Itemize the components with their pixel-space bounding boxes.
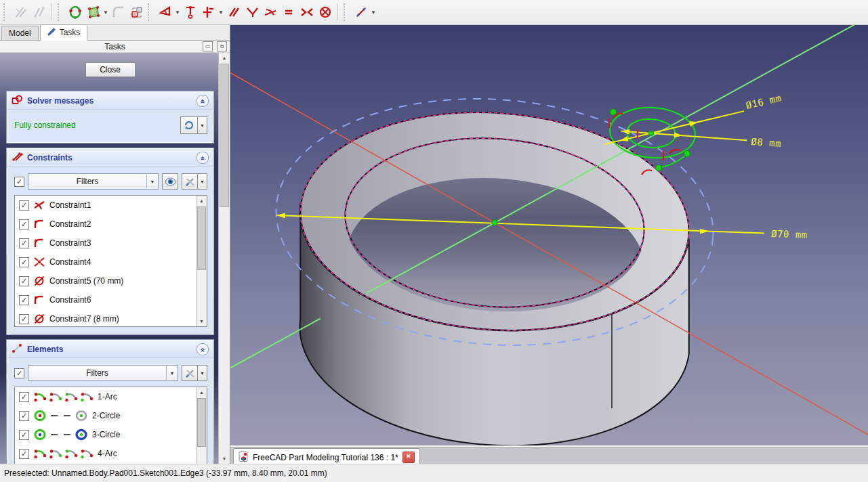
chevron-down-icon[interactable]: ▼ — [218, 3, 224, 22]
constraint-checkbox[interactable]: ✓ — [19, 238, 29, 248]
arc-constraint-icon — [33, 219, 45, 229]
constrain-block-icon[interactable] — [316, 3, 334, 22]
element-checkbox[interactable]: ✓ — [19, 411, 29, 421]
element-label: 1-Arc — [98, 392, 117, 401]
constraints-filter-combo[interactable]: Filters ▼ — [28, 173, 159, 190]
freecad-document-icon — [239, 452, 249, 464]
arc-end-icon — [49, 448, 62, 459]
dash-icon — [62, 429, 73, 440]
chevron-down-icon[interactable]: ▼ — [102, 3, 109, 22]
element-label: 2-Circle — [92, 411, 120, 420]
elements-filter-combo[interactable]: Filters ▼ — [28, 365, 178, 381]
tasks-panel: Close Solver messages Fully constrained — [0, 53, 230, 464]
element-row[interactable]: ✓1-Arc — [15, 387, 197, 406]
dock-tabs: Model Tasks — [0, 25, 230, 41]
constraint-row[interactable]: ✓Constraint7 (8 mm) — [15, 309, 197, 326]
constraint-label: Constraint6 — [49, 295, 91, 305]
scroll-down-icon[interactable]: ▼ — [219, 454, 230, 464]
scroll-up-icon[interactable]: ▲ — [197, 196, 207, 206]
tab-model[interactable]: Model — [1, 26, 39, 40]
constraint-row[interactable]: ✓Constraint1 — [15, 196, 197, 215]
scroll-up-icon[interactable]: ▲ — [219, 53, 230, 63]
constraint-row[interactable]: ✓Constraint6 — [15, 290, 197, 309]
constraint-settings-icon[interactable] — [182, 173, 198, 190]
dock-panel-icon[interactable]: ⧉ — [217, 41, 227, 51]
collapse-elements-icon[interactable] — [197, 343, 209, 355]
constraints-filter-label: Filters — [28, 177, 146, 186]
constraint-row[interactable]: ✓Constraint3 — [15, 234, 197, 253]
element-row[interactable]: ✓ — [15, 463, 197, 464]
constraint-checkbox[interactable]: ✓ — [19, 314, 29, 324]
sketcher-toolbar: ▼▼▼▼ — [0, 0, 868, 25]
toolbar-handle[interactable] — [148, 3, 153, 21]
toolbar-handle[interactable] — [344, 3, 349, 21]
close-button[interactable]: Close — [85, 62, 136, 77]
tasks-panel-title: Tasks — [104, 42, 125, 51]
dimension-label-8[interactable]: Ø8 mm — [751, 136, 782, 149]
dimension-icon[interactable] — [352, 3, 370, 22]
close-icon[interactable]: ✕ — [402, 452, 415, 463]
elements-list-scrollbar[interactable]: ▲ ▼ — [196, 387, 207, 464]
external-geometry-icon[interactable] — [66, 3, 84, 22]
origin-point[interactable] — [492, 220, 497, 225]
clone-icon[interactable] — [127, 3, 146, 22]
constraints-list-scrollbar[interactable]: ▲ ▼ — [196, 196, 207, 326]
tasks-panel-scrollbar[interactable]: ▲ ▼ — [218, 53, 230, 464]
3d-viewport[interactable]: Ø16 mm Ø8 mm Ø70 mm — [230, 25, 868, 447]
dimension-label-70[interactable]: Ø70 mm — [771, 228, 808, 240]
collapse-constraints-icon[interactable] — [197, 152, 209, 164]
element-checkbox[interactable]: ✓ — [19, 392, 29, 402]
solver-status-text: Fully constrained — [14, 121, 76, 130]
refresh-icon[interactable] — [180, 116, 198, 134]
constraints-filter-checkbox[interactable]: ✓ — [14, 177, 24, 187]
element-checkbox[interactable]: ✓ — [19, 430, 29, 440]
constraint-row[interactable]: ✓Constraint2 — [15, 215, 197, 234]
circle-blue-green-icon — [75, 429, 88, 441]
float-panel-icon[interactable]: ▭ — [203, 41, 213, 51]
constrain-parallel-icon[interactable] — [224, 3, 243, 22]
constrain-symmetric-icon[interactable] — [297, 3, 316, 22]
constraint-checkbox[interactable]: ✓ — [19, 257, 29, 267]
constrain-horizontal-distance-icon[interactable] — [199, 3, 218, 22]
toolbar-handle[interactable] — [58, 3, 63, 21]
element-row[interactable]: ✓4-Arc — [15, 444, 197, 463]
element-label: 4-Arc — [98, 449, 117, 458]
solver-messages-section: Solver messages Fully constrained ▼ — [7, 91, 213, 143]
elements-section: Elements ✓ Filters ▼ — [7, 340, 213, 464]
chevron-down-icon[interactable]: ▼ — [370, 3, 377, 22]
constraint-checkbox[interactable]: ✓ — [19, 200, 29, 211]
toolbar-handle[interactable] — [3, 3, 9, 21]
element-row[interactable]: ✓3-Circle — [15, 425, 197, 444]
chevron-down-icon: ▼ — [166, 366, 178, 380]
element-settings-icon[interactable] — [182, 365, 198, 381]
scroll-down-icon[interactable]: ▼ — [197, 316, 207, 326]
elements-filter-checkbox[interactable]: ✓ — [14, 368, 24, 378]
element-settings-dropdown-icon[interactable]: ▼ — [198, 365, 207, 381]
constraint-checkbox[interactable]: ✓ — [19, 276, 29, 286]
tangent-constraint-icon — [33, 200, 45, 211]
constraint-row[interactable]: ✓Constraint4 — [15, 253, 197, 271]
carbon-copy-icon[interactable] — [84, 3, 102, 22]
scroll-up-icon[interactable]: ▲ — [197, 387, 207, 397]
constrain-equal-icon[interactable] — [279, 3, 297, 22]
solver-messages-icon — [12, 95, 23, 107]
constraint-checkbox[interactable]: ✓ — [19, 219, 29, 229]
constrain-vertical-distance-icon[interactable] — [181, 3, 199, 22]
show-hide-eye-icon[interactable] — [162, 173, 178, 190]
element-checkbox[interactable]: ✓ — [19, 449, 29, 459]
constrain-perpendicular-icon[interactable] — [243, 3, 261, 22]
trim-icon — [12, 3, 30, 22]
constrain-angle-icon[interactable] — [156, 3, 174, 22]
tab-tasks[interactable]: Tasks — [40, 24, 88, 41]
refresh-dropdown-icon[interactable]: ▼ — [198, 116, 207, 134]
constraint-row[interactable]: ✓Constraint5 (70 mm) — [15, 271, 197, 290]
chevron-down-icon[interactable]: ▼ — [174, 3, 181, 22]
constraint-label: Constraint2 — [49, 219, 91, 229]
element-row[interactable]: ✓2-Circle — [15, 406, 197, 425]
collapse-solver-icon[interactable] — [197, 95, 209, 107]
constrain-tangent-icon[interactable] — [261, 3, 279, 22]
dash-icon — [49, 429, 60, 440]
constraint-settings-dropdown-icon[interactable]: ▼ — [198, 173, 207, 190]
constraint-checkbox[interactable]: ✓ — [19, 295, 29, 305]
left-dock: Model Tasks Tasks ▭ ⧉ Close — [0, 25, 230, 464]
